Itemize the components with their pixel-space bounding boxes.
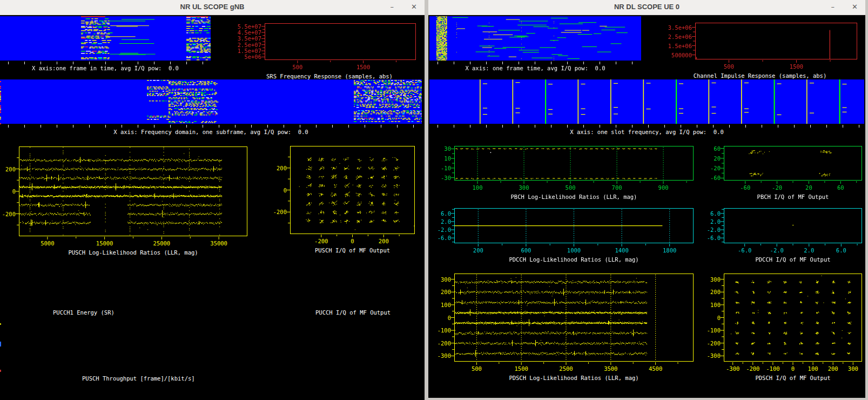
- titlebar-dl[interactable]: NR DL SCOPE UE 0 – ✕: [428, 0, 865, 15]
- pdcch_iq-caption: PDCCH I/Q of MF Output: [686, 256, 868, 263]
- pbch_llr-ytick-label: 10: [420, 155, 451, 162]
- srs-plot-canvas: [260, 21, 419, 64]
- pbch_iq-ytick-label: -20: [689, 165, 721, 171]
- pusch_iq-xtick-label: 200: [361, 238, 406, 244]
- cir-plot-canvas: [690, 20, 860, 63]
- dl2-waterfall-canvas: [429, 79, 864, 129]
- srs-ytick-label: 4.5e+07: [230, 29, 261, 36]
- pbch_llr-xtick-label: 700: [594, 184, 640, 191]
- close-icon[interactable]: ✕: [411, 2, 417, 12]
- pdcch_llr-caption: PDCCH Log-Likelihood Ratios (LLR, mag): [416, 256, 731, 263]
- pdsch_iq-xtick-label: 300: [830, 365, 868, 372]
- desktop: NR UL SCOPE gNB – ✕ NR DL SCOPE UE 0 – ✕…: [0, 0, 868, 400]
- pbch_iq-ytick-label: -60: [689, 175, 721, 181]
- pusch_iq-ytick-label: 200: [255, 165, 287, 171]
- pbch_iq-ytick-label: 20: [689, 155, 721, 162]
- pbch_llr-ytick-label: -30: [420, 175, 451, 181]
- pdcch_llr-xtick-label: 1000: [551, 247, 597, 254]
- pusch_llr-xtick-label: 5000: [25, 240, 70, 246]
- pusch_llr-xtick-label: 15000: [82, 240, 127, 246]
- pdsch_llr-ytick-label: -300: [420, 352, 451, 359]
- pbch_llr-xtick-label: 100: [455, 184, 500, 191]
- edge-artifact: [0, 342, 1, 346]
- pdsch_llr-xtick-label: 2500: [543, 365, 589, 372]
- pbch_llr-ytick-label: -10: [420, 165, 451, 171]
- pbch_iq-ytick-label: 60: [689, 145, 721, 152]
- pbch_iq-caption: PBCH I/Q of MF Output: [686, 194, 868, 200]
- pdcch_llr-ytick-label: 6.0: [420, 210, 451, 217]
- window-title-dl: NR DL SCOPE UE 0: [428, 3, 865, 11]
- cir-caption: Channel Impulse Response (samples, abs): [641, 72, 868, 79]
- srs-ytick-label: 5e+06: [230, 54, 261, 60]
- pusch_llr-xtick-label: 25000: [139, 240, 184, 246]
- pdsch_iq-ytick-label: -200: [689, 340, 721, 346]
- edge-artifact: [0, 323, 1, 325]
- pdcch_iq-ytick-label: -6.0: [689, 235, 721, 241]
- ul2-waterfall-canvas: [0, 79, 422, 129]
- pdcch_llr-xtick-label: 600: [503, 247, 549, 254]
- pbch_llr-xtick-label: 300: [501, 184, 547, 191]
- srs-ytick-label: 3.5e+07: [230, 35, 261, 42]
- pucch1-energy-label: PUCCH1 Energy (SR): [53, 309, 115, 316]
- pdcch_iq-xtick-label: 6.0: [818, 247, 864, 254]
- edge-artifact: [0, 370, 1, 372]
- pbch_llr-xtick-label: 900: [641, 184, 686, 191]
- dl1-caption: X axis: one frame time, avg I/Q pow: 0.0: [429, 65, 641, 71]
- cir-ytick-label: 500000: [661, 52, 692, 58]
- dl1-waterfall-canvas: [429, 16, 641, 65]
- pusch-throughput-label: PUSCH Throughput [frame]/[kbit/s]: [82, 375, 195, 382]
- pdsch_llr-xtick-label: 1500: [499, 365, 544, 372]
- ul1-waterfall-canvas: [0, 16, 211, 65]
- pdcch_llr-ytick-label: -6.0: [420, 235, 451, 241]
- cir-ytick-label: 2.5e+06: [661, 34, 692, 40]
- srs-xtick-label: 1500: [341, 64, 386, 70]
- minimize-icon[interactable]: –: [391, 2, 394, 12]
- pdsch_llr-ytick-label: 300: [420, 276, 451, 283]
- pbch_iq-xtick-label: 60: [818, 184, 863, 191]
- cir-xtick-label: 500: [706, 63, 752, 70]
- pusch_iq-ytick-label: 0: [255, 187, 287, 194]
- pusch_iq-caption: PUSCH I/Q of MF Output: [252, 247, 453, 254]
- srs-ytick-label: 5.5e+07: [230, 23, 261, 30]
- pusch_llr-caption: PUSCH Log-Likelihood Ratios (LLR, mag): [0, 249, 285, 256]
- pbch_llr-xtick-label: 500: [548, 184, 593, 191]
- pdsch_llr-ytick-label: 200: [420, 289, 451, 295]
- pbch_llr-ytick-label: 30: [420, 145, 451, 152]
- ul1-caption: X axis:one frame in time, avg I/Q pow: 0…: [0, 65, 211, 71]
- pucch-iq-label: PUCCH I/Q of MF Output: [315, 309, 391, 316]
- pdcch_llr-xtick-label: 1400: [599, 247, 644, 254]
- srs-xtick-label: 500: [275, 64, 320, 70]
- pusch_llr-ytick-label: 200: [0, 166, 16, 172]
- pbch_llr-caption: PBCH Log-Likelihood Ratios (LLR, mag): [416, 194, 731, 200]
- cir-xtick-label: 1500: [774, 63, 819, 70]
- cir-ytick-label: 1.5e+06: [661, 43, 692, 49]
- pbch_iq-plot-canvas: [719, 143, 865, 184]
- pdcch_iq-ytick-label: 6.0: [689, 210, 721, 217]
- pdsch_iq-ytick-label: -300: [689, 352, 721, 359]
- pdsch_llr-ytick-label: 0: [420, 315, 451, 321]
- pdsch_llr-xtick-label: 500: [454, 365, 499, 372]
- pbch_llr-plot-canvas: [449, 143, 696, 184]
- pdsch_iq-plot-canvas: [719, 271, 865, 365]
- pusch_llr-ytick-label: 0: [0, 188, 16, 195]
- srs-caption: SRS Frequency Response (samples, abs): [216, 73, 443, 79]
- minimize-icon[interactable]: –: [831, 2, 835, 12]
- pdcch_llr-ytick-label: 2.0: [420, 218, 451, 225]
- pdsch_iq-ytick-label: 0: [689, 315, 721, 321]
- pdcch_iq-ytick-label: 2.0: [689, 218, 721, 225]
- pusch_iq-plot-canvas: [285, 143, 418, 238]
- pdsch_iq-ytick-label: 300: [689, 276, 721, 283]
- titlebar-ul[interactable]: NR UL SCOPE gNB – ✕: [0, 0, 425, 15]
- pdsch_llr-ytick-label: 100: [420, 302, 451, 308]
- pdsch_llr-ytick-label: -200: [420, 340, 451, 346]
- pdsch_iq-ytick-label: -100: [689, 327, 721, 334]
- srs-ytick-label: 1.5e+07: [230, 48, 261, 54]
- pdsch_iq-ytick-label: 200: [689, 289, 721, 295]
- cir-ytick-label: 3.5e+06: [661, 24, 692, 31]
- ul2-caption: X axis: Frequency domain, one subframe, …: [0, 129, 422, 135]
- close-icon[interactable]: ✕: [852, 2, 858, 12]
- pdcch_llr-xtick-label: 1800: [647, 247, 692, 254]
- pdcch_iq-ytick-label: -2.0: [689, 226, 721, 233]
- pdsch_iq-caption: PDSCH I/Q of MF Output: [686, 375, 868, 381]
- pdsch_llr-xtick-label: 4500: [633, 365, 678, 372]
